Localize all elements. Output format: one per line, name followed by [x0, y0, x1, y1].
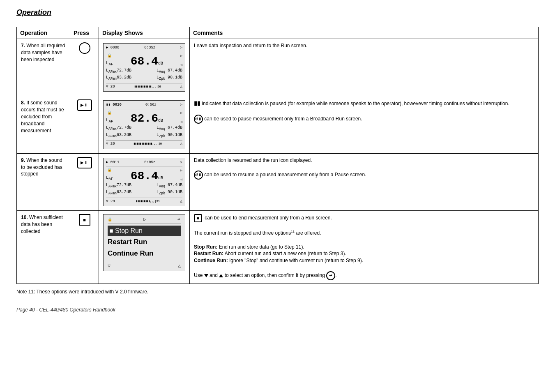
lcd-lafmx-8: LAFmx72.7dB: [106, 125, 131, 131]
continue-run-item[interactable]: Continue Run: [108, 248, 181, 259]
circle-button[interactable]: [79, 42, 90, 54]
lcd-lock: 🔒: [107, 53, 112, 59]
lcd-unit-9: dB: [158, 176, 163, 180]
table-row: 7. When all required data samples have b…: [17, 39, 539, 96]
display-8: ▮▮ 0010 0:56Z ▷ 🔒 LAF 82.6dB ▷: [99, 96, 190, 153]
lcd-screen-8: ▮▮ 0010 0:56Z ▷ 🔒 LAF 82.6dB ▷: [103, 100, 185, 149]
lcd-lzpk: LZpk 90.1dB: [157, 74, 182, 81]
lcd-laeq-9: LAeq 67.4dB: [157, 182, 182, 189]
lcd-time-8: 0:56Z: [145, 102, 156, 108]
lcd-bottom-left: ▽ 20: [106, 84, 115, 90]
lcd-arrow-up-8: ▷: [180, 111, 182, 115]
lcd-pause-indicator: ▮▮ 0010: [106, 102, 122, 108]
lcd-lock-9: 🔒: [107, 168, 112, 173]
lcd-lafmn-9: LAFmn63.2dB: [106, 189, 131, 196]
lcd-row2-9: LAFmn63.2dB LZpk 90.1dB: [106, 189, 182, 196]
pause-icon: ⏸: [84, 102, 88, 108]
lcd-bar: ▮▮▮▮▮▮▮▮▮▮▮,,,|30: [134, 84, 161, 90]
lcd-bottom-left-8: ▽ 20: [106, 141, 115, 147]
lcd-lock-10: 🔒: [108, 217, 112, 222]
comments-9: Data collection is resumed and the run i…: [190, 153, 539, 210]
lcd-lafmx: LAFmx72.7dB: [106, 67, 131, 74]
footnote-ref-11: 11: [291, 230, 295, 233]
lcd-bottom-right-8: △: [180, 141, 182, 147]
table-row: 9. When the sound to be excluded has sto…: [17, 153, 539, 210]
header-press: Press: [70, 27, 99, 39]
display-7: ▶ 0008 0:35Z ▷ 🔒 LAF 68.4dB ▷: [99, 39, 190, 96]
stop-button[interactable]: ■: [79, 214, 90, 226]
op-step-9: 9. When the sound to be excluded has sto…: [17, 153, 70, 210]
lcd-laeq-8: LAeq 67.4dB: [157, 125, 182, 131]
press-9: ▶ ⏸: [70, 153, 99, 210]
comments-7: Leave data inspection and return to the …: [190, 39, 539, 96]
lcd-label-af-8: LAF: [106, 117, 113, 125]
lcd-bottom-right-10: △: [178, 263, 181, 269]
display-10: 🔒 ▷ ↵ ■ Stop Run Restart Run Continue Ru…: [99, 211, 190, 284]
lcd-bottom-left-10: ▽: [108, 263, 111, 269]
page-title: Operation: [16, 8, 539, 17]
lcd-main-value: 68.4: [131, 55, 158, 68]
play-pause-button[interactable]: ▶ ⏸: [77, 99, 92, 111]
lcd-arrow-10: ▷: [143, 217, 146, 222]
continue-run-label: Continue Run:: [194, 258, 228, 263]
stop-run-item[interactable]: ■ Stop Run: [108, 226, 181, 236]
lcd-arrow-r-8: ▷: [180, 102, 182, 108]
operation-table: Operation Press Display Shows Comments 7…: [16, 27, 539, 284]
press-10: ■: [70, 211, 99, 284]
table-row: 8. If some sound occurs that must be exc…: [17, 96, 539, 153]
lcd-bottom-10: ▽ △: [108, 262, 181, 269]
lcd-lafmx-9: LAFmx72.7dB: [106, 182, 131, 189]
note-11: Note 11: These options were introduced w…: [16, 289, 539, 295]
lcd-arrow-down-8: ◁: [180, 120, 182, 125]
lcd-row2-8: LAFmn63.2dB LZpk 90.1dB: [106, 132, 182, 139]
lcd-row1: LAFmx72.7dB LAeq 67.4dB: [106, 67, 182, 74]
lcd-arrow-up-9: ▷: [180, 168, 182, 173]
press-7: [70, 39, 99, 96]
stop-run-label: Stop Run:: [194, 244, 217, 250]
press-8: ▶ ⏸: [70, 96, 99, 153]
op-step-7: 7. When all required data samples have b…: [17, 39, 70, 96]
lcd-unit: dB: [158, 61, 163, 66]
lcd-lzpk-8: LZpk 90.1dB: [157, 132, 182, 139]
lcd-row1-8: LAFmx72.7dB LAeq 67.4dB: [106, 125, 182, 131]
op-step-8: 8. If some sound occurs that must be exc…: [17, 96, 70, 153]
enter-button-icon: ↵: [326, 271, 335, 280]
lcd-bottom: ▽ 20 ▮▮▮▮▮▮▮▮▮▮▮,,,|30 △: [106, 83, 182, 90]
lcd-screen-9: ▶ 0011 0:05Z ▷ 🔒 LAF 68.4dB ▷: [103, 158, 185, 206]
pause-icon-9: ⏸: [84, 160, 88, 166]
lcd-lzpk-9: LZpk 90.1dB: [157, 189, 182, 196]
header-comments: Comments: [190, 27, 539, 39]
op-step-10: 10. When sufficient data has been collec…: [17, 211, 70, 284]
lcd-arrow-down-9: ◁: [180, 177, 182, 182]
lcd-label-af-9: LAF: [106, 174, 113, 182]
lcd-main-value-9: 68.4: [131, 170, 158, 182]
lcd-bottom-9: ▽ 20 ▮▮▮▮▮▮▮▮▮,,,|30 △: [106, 198, 182, 205]
down-triangle-icon: [204, 274, 208, 277]
lcd-arrow-r-9: ▷: [180, 160, 182, 166]
lcd-enter-10: ↵: [177, 217, 181, 222]
lcd-time-9: 0:05Z: [144, 160, 155, 166]
restart-run-item[interactable]: Restart Run: [108, 236, 181, 248]
display-9: ▶ 0011 0:05Z ▷ 🔒 LAF 68.4dB ▷: [99, 153, 190, 210]
lcd-bottom-right: △: [180, 84, 182, 90]
lcd-bottom-left-9: ▽ 20: [106, 199, 115, 205]
lcd-arrow-down: ◁: [180, 62, 182, 67]
lcd-bar-9: ▮▮▮▮▮▮▮▮▮,,,|30: [136, 199, 159, 205]
lcd-row1-9: LAFmx72.7dB LAeq 67.4dB: [106, 182, 182, 189]
lcd-arrow-right-indicator: ▷: [180, 45, 182, 51]
header-operation: Operation: [17, 27, 70, 39]
pause-symbol-comment: ▮▮: [194, 100, 200, 106]
lcd-run-indicator: ▶ 0008: [106, 45, 119, 51]
lcd-unit-8: dB: [158, 118, 163, 123]
play-pause-button-9[interactable]: ▶ ⏸: [77, 157, 92, 168]
play-icon: ▶: [81, 102, 84, 108]
header-display: Display Shows: [99, 27, 190, 39]
stop-run-screen: 🔒 ▷ ↵ ■ Stop Run Restart Run Continue Ru…: [103, 214, 185, 271]
table-row: 10. When sufficient data has been collec…: [17, 211, 539, 284]
lcd-bottom-right-9: △: [180, 199, 182, 205]
lcd-time: 0:35Z: [144, 45, 155, 51]
resume-icon-9: ↺⏸: [194, 171, 203, 180]
lcd-main-value-8: 82.6: [131, 112, 158, 125]
lcd-bottom-8: ▽ 20 ▮▮▮▮▮▮▮▮▮▮▮▮,,,|30 △: [106, 140, 182, 147]
page-footer: Page 40 - CEL-440/480 Operators Handbook: [16, 307, 539, 313]
